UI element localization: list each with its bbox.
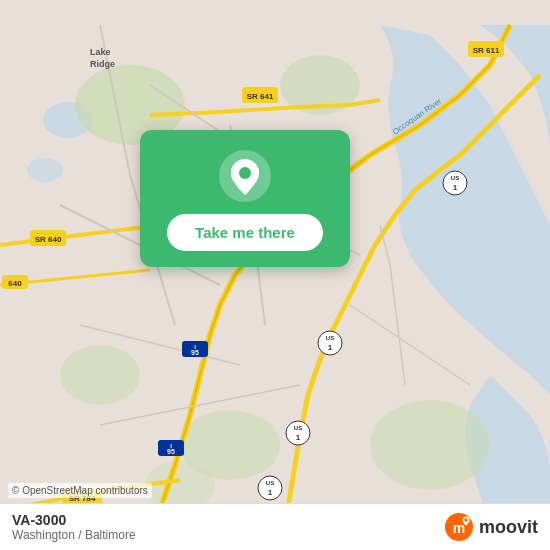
svg-text:US: US [266, 480, 274, 486]
svg-text:US: US [294, 425, 302, 431]
svg-text:1: 1 [268, 488, 273, 497]
map-container: Lake Ridge SR 641 SR 611 US 1 US 1 US 1 … [0, 0, 550, 550]
svg-point-7 [370, 400, 490, 490]
svg-point-2 [27, 158, 63, 182]
svg-text:1: 1 [328, 343, 333, 352]
svg-text:1: 1 [296, 433, 301, 442]
take-me-there-button[interactable]: Take me there [167, 214, 323, 251]
map-pin-icon [219, 150, 271, 202]
svg-text:Ridge: Ridge [90, 59, 115, 69]
moovit-brand-text: moovit [479, 517, 538, 538]
location-subtitle: Washington / Baltimore [12, 528, 136, 542]
location-name: VA-3000 [12, 512, 136, 528]
svg-text:SR 611: SR 611 [473, 46, 500, 55]
svg-text:SR 640: SR 640 [35, 235, 62, 244]
svg-text:US: US [451, 175, 459, 181]
svg-point-46 [464, 518, 468, 522]
moovit-brand-icon: m [445, 513, 473, 541]
svg-text:640: 640 [8, 279, 22, 288]
svg-text:SR 641: SR 641 [247, 92, 274, 101]
svg-text:95: 95 [167, 448, 175, 455]
map-background: Lake Ridge SR 641 SR 611 US 1 US 1 US 1 … [0, 0, 550, 550]
moovit-logo: m moovit [445, 513, 538, 541]
copyright-notice: © OpenStreetMap contributors [8, 483, 152, 498]
svg-text:Lake: Lake [90, 47, 111, 57]
svg-text:95: 95 [191, 349, 199, 356]
svg-point-6 [60, 345, 140, 405]
location-info: VA-3000 Washington / Baltimore [12, 512, 136, 542]
svg-point-43 [239, 167, 251, 179]
svg-text:1: 1 [453, 183, 458, 192]
svg-text:US: US [326, 335, 334, 341]
copyright-text: © OpenStreetMap contributors [12, 485, 148, 496]
location-card: Take me there [140, 130, 350, 267]
bottom-bar: VA-3000 Washington / Baltimore m moovit [0, 503, 550, 550]
